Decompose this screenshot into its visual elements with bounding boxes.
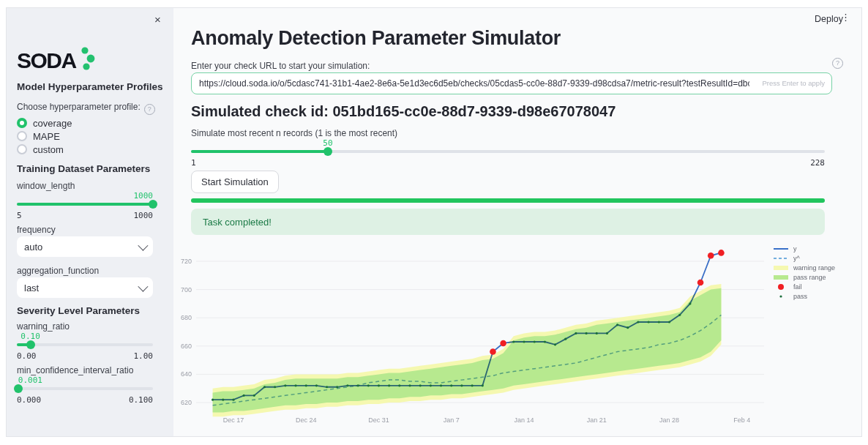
slider-track[interactable] — [17, 343, 153, 346]
severity-heading: Severity Level Parameters — [17, 305, 140, 316]
slider-track[interactable] — [17, 203, 153, 206]
pass-point — [440, 384, 442, 386]
radio-mape[interactable]: MAPE — [17, 130, 60, 143]
slider-range: 5 1000 — [17, 211, 153, 220]
y-axis-tick: 640 — [181, 370, 192, 378]
slider-track[interactable] — [191, 150, 825, 153]
pass-point — [294, 384, 296, 386]
pass-point — [378, 384, 380, 386]
pass-point — [512, 340, 515, 343]
fail-point — [500, 340, 506, 347]
x-axis-tick: Jan 28 — [659, 416, 679, 424]
radio-coverage-label: coverage — [33, 118, 72, 129]
legend-swatch-icon — [773, 245, 789, 253]
profile-select-label-text: Choose hyperparameter profile: — [17, 102, 141, 112]
url-input-label: Enter your check URL to start your simul… — [191, 61, 370, 71]
url-input-wrap: Press Enter to apply — [191, 72, 832, 94]
legend-swatch-icon — [773, 255, 789, 262]
pass-point — [648, 321, 650, 323]
slider-thumb[interactable] — [26, 340, 35, 349]
pass-point — [284, 384, 286, 386]
aggregation-select[interactable]: last — [17, 277, 153, 298]
window-length-slider[interactable]: 1000 5 1000 — [17, 191, 153, 220]
pass-point — [523, 340, 525, 343]
check-url-input[interactable] — [191, 72, 832, 94]
slider-thumb[interactable] — [149, 200, 157, 209]
radio-icon[interactable] — [17, 144, 27, 154]
slider-thumb[interactable] — [323, 147, 332, 156]
x-axis-tick: Dec 31 — [368, 416, 389, 424]
pass-point — [564, 338, 566, 340]
pass-point — [398, 384, 400, 386]
legend-label: y — [793, 245, 797, 253]
pass-point — [534, 340, 536, 343]
help-icon[interactable]: ? — [832, 58, 843, 69]
legend-swatch-icon — [773, 264, 789, 272]
pass-point — [471, 384, 474, 386]
slider-value: 0.001 — [18, 375, 42, 385]
slider-track[interactable] — [17, 387, 153, 390]
min-confidence-label: min_confidence_interval_ratio — [17, 365, 133, 375]
pass-point — [336, 386, 338, 388]
slider-max: 228 — [810, 158, 825, 168]
deploy-button[interactable]: Deploy — [815, 14, 843, 24]
soda-logo-text: SODA — [17, 48, 76, 72]
slider-min: 0.000 — [17, 395, 41, 405]
warning-ratio-slider[interactable]: 0.10 0.00 1.00 — [17, 332, 153, 361]
legend-swatch-icon — [773, 283, 789, 291]
pass-point — [367, 384, 370, 386]
soda-logo: SODA — [17, 43, 98, 73]
check-id-heading: Simulated check id: 051bd165-cc0e-88d7-9… — [191, 103, 616, 120]
y-axis-tick: 720 — [181, 258, 192, 265]
slider-max: 0.100 — [129, 395, 153, 405]
pass-point — [616, 324, 618, 326]
pass-point — [658, 321, 660, 323]
pass-point — [388, 384, 390, 386]
pass-point — [637, 321, 639, 323]
legend-label: pass — [793, 293, 807, 300]
slider-thumb[interactable] — [14, 384, 23, 393]
sidebar-close-icon[interactable]: × — [154, 14, 161, 25]
help-icon[interactable]: ? — [144, 104, 155, 115]
x-axis-tick: Dec 24 — [296, 416, 317, 424]
slider-min: 0.00 — [17, 351, 37, 361]
pass-point — [596, 332, 598, 334]
fail-point — [718, 250, 725, 256]
legend-item-warning-range: warning range — [773, 263, 835, 272]
x-axis-tick: Jan 7 — [444, 416, 460, 424]
pass-point — [482, 384, 484, 386]
legend-item-pass-range: pass range — [773, 273, 835, 282]
page-title: Anomaly Detection Parameter Simulator — [191, 27, 561, 50]
frequency-select[interactable]: auto — [17, 236, 153, 257]
training-heading: Training Dataset Parameters — [17, 163, 150, 174]
radio-selected-icon[interactable] — [17, 118, 27, 128]
min-confidence-slider[interactable]: 0.001 0.000 0.100 — [17, 375, 153, 405]
y-axis-tick: 660 — [181, 343, 192, 350]
pass-point — [606, 332, 608, 334]
pass-point — [408, 384, 411, 386]
x-axis-tick: Dec 17 — [223, 416, 244, 424]
start-simulation-button[interactable]: Start Simulation — [191, 171, 279, 193]
y-axis-tick: 680 — [181, 314, 192, 321]
legend-label: y^ — [793, 255, 800, 262]
radio-icon[interactable] — [17, 131, 27, 141]
fail-point — [697, 280, 704, 286]
pass-point — [668, 321, 670, 323]
radio-custom[interactable]: custom — [17, 143, 64, 156]
records-slider-label: Simulate most recent n records (1 is the… — [191, 128, 397, 138]
slider-min: 1 — [191, 158, 196, 168]
legend-label: warning range — [793, 264, 835, 272]
pass-point — [346, 384, 348, 386]
radio-coverage[interactable]: coverage — [17, 116, 72, 130]
records-slider[interactable]: 50 1 228 — [191, 138, 825, 168]
press-enter-hint: Press Enter to apply — [762, 79, 825, 87]
pass-point — [274, 386, 276, 388]
slider-range: 0.000 0.100 — [17, 395, 153, 405]
slider-range: 0.00 1.00 — [17, 351, 153, 361]
kebab-menu-icon[interactable]: ⋮ — [841, 12, 850, 22]
fail-point — [490, 348, 496, 355]
frequency-label: frequency — [17, 225, 56, 235]
slider-value: 1000 — [134, 191, 154, 201]
soda-logo-dots-icon — [79, 43, 98, 72]
legend-label: fail — [793, 283, 802, 291]
